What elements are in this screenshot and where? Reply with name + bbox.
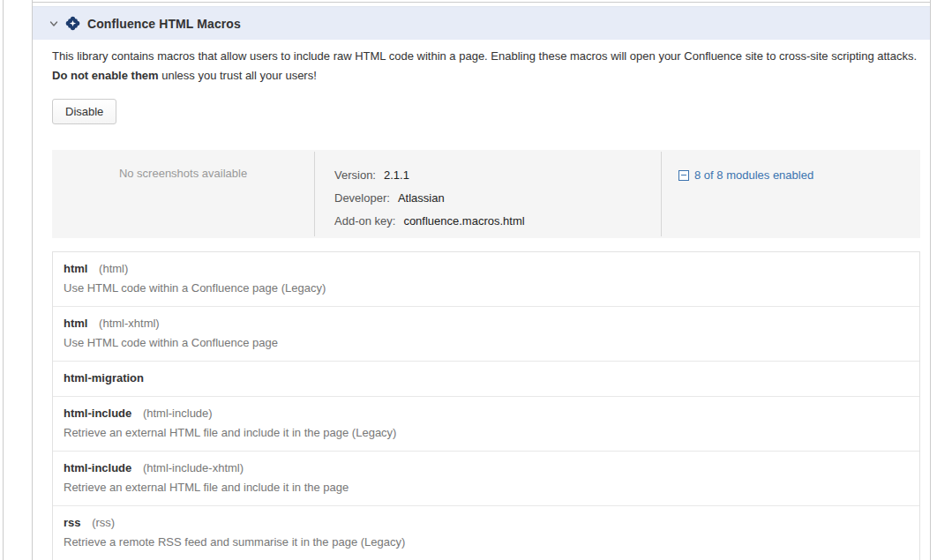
plugin-header-row[interactable]: Confluence HTML Macros: [33, 6, 930, 40]
plugin-info-column: Version:2.1.1 Developer:Atlassian Add-on…: [314, 150, 661, 238]
module-name: html-include: [64, 407, 131, 420]
plugin-meta-panel: No screenshots available Version:2.1.1 D…: [52, 150, 920, 238]
chevron-down-icon[interactable]: [49, 19, 58, 28]
module-description: Use HTML code within a Confluence page (…: [64, 280, 909, 296]
plugin-title: Confluence HTML Macros: [87, 17, 241, 31]
previous-row-divider: [33, 2, 930, 3]
module-title-line: html-include (html-include-xhtml): [64, 459, 909, 476]
module-description: Retrieve a remote RSS feed and summarise…: [64, 534, 909, 550]
plugin-puzzle-icon: [65, 16, 80, 31]
plugin-details-container: Confluence HTML Macros This library cont…: [32, 0, 931, 560]
panel-divider: [314, 152, 315, 236]
module-row: html-migration: [53, 361, 919, 396]
version-label: Version:: [334, 168, 376, 182]
module-title-line: html (html-xhtml): [64, 315, 909, 332]
module-description: Retrieve an external HTML file and inclu…: [64, 424, 909, 441]
collapse-minus-icon[interactable]: [678, 170, 689, 181]
version-row: Version:2.1.1: [334, 164, 661, 187]
addon-key-label: Add-on key:: [334, 214, 395, 228]
module-row: html-include (html-include-xhtml) Retrie…: [53, 451, 919, 505]
version-value: 2.1.1: [384, 168, 409, 182]
module-name: html: [64, 262, 87, 275]
module-row: html (html) Use HTML code within a Confl…: [53, 252, 919, 306]
module-name: html-migration: [64, 371, 144, 385]
disable-button[interactable]: Disable: [52, 99, 116, 124]
module-list: html (html) Use HTML code within a Confl…: [52, 251, 920, 560]
addon-key-row: Add-on key:confluence.macros.html: [334, 210, 661, 233]
module-description: Use HTML code within a Confluence page: [64, 334, 909, 351]
screenshots-placeholder: No screenshots available: [52, 150, 314, 238]
module-key: (rss): [92, 516, 115, 529]
developer-value: Atlassian: [398, 191, 445, 205]
module-name: html: [64, 317, 87, 330]
module-name: html-include: [64, 461, 131, 474]
module-key: (html-include-xhtml): [143, 461, 244, 474]
description-text: This library contains macros that allow …: [52, 49, 917, 63]
module-row: rss (rss) Retrieve a remote RSS feed and…: [53, 505, 919, 560]
module-name: rss: [64, 516, 81, 529]
plugin-description: This library contains macros that allow …: [52, 47, 926, 86]
module-key: (html): [99, 262, 128, 275]
addon-key-value: confluence.macros.html: [403, 214, 524, 228]
developer-row: Developer:Atlassian: [334, 187, 661, 210]
module-key: (html-xhtml): [99, 317, 160, 330]
developer-label: Developer:: [334, 191, 390, 205]
module-row: html-include (html-include) Retrieve an …: [53, 396, 919, 451]
description-warning-bold: Do not enable them: [52, 69, 159, 82]
modules-enabled-label: 8 of 8 modules enabled: [694, 168, 813, 182]
module-description: Retrieve an external HTML file and inclu…: [64, 479, 909, 496]
module-title-line: html-include (html-include): [64, 405, 909, 422]
panel-divider: [661, 152, 662, 236]
outer-left-border: [3, 0, 4, 560]
module-key: (html-include): [143, 407, 213, 420]
modules-summary-column: 8 of 8 modules enabled: [661, 150, 920, 238]
module-title-line: rss (rss): [64, 514, 909, 531]
description-text-after: unless you trust all your users!: [159, 69, 317, 82]
module-title-line: html-migration: [64, 370, 909, 386]
module-row: html (html-xhtml) Use HTML code within a…: [53, 306, 919, 361]
module-title-line: html (html): [64, 260, 909, 277]
modules-enabled-link[interactable]: 8 of 8 modules enabled: [678, 168, 813, 182]
